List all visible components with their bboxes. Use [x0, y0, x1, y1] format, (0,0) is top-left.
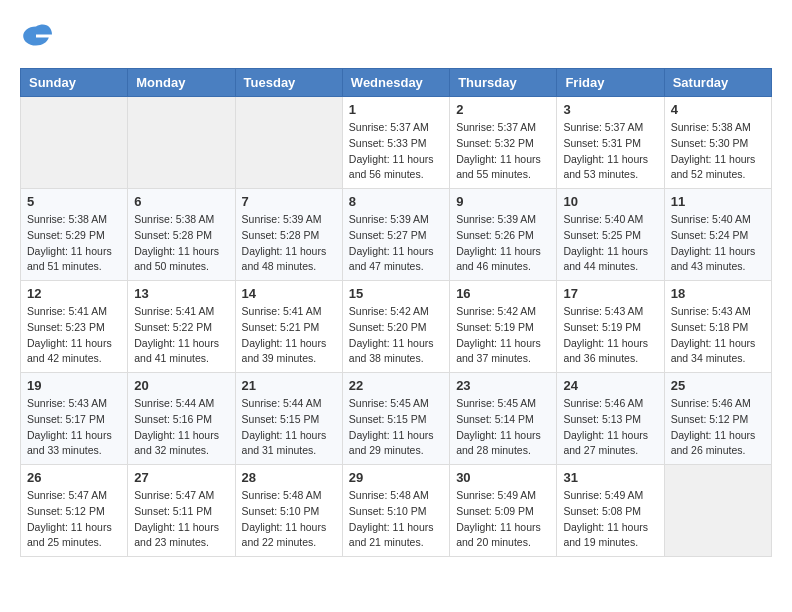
- calendar-cell: 27Sunrise: 5:47 AM Sunset: 5:11 PM Dayli…: [128, 465, 235, 557]
- day-number: 9: [456, 194, 550, 209]
- calendar-cell: 14Sunrise: 5:41 AM Sunset: 5:21 PM Dayli…: [235, 281, 342, 373]
- calendar-header-row: SundayMondayTuesdayWednesdayThursdayFrid…: [21, 69, 772, 97]
- day-info: Sunrise: 5:38 AM Sunset: 5:30 PM Dayligh…: [671, 120, 765, 183]
- day-info: Sunrise: 5:49 AM Sunset: 5:09 PM Dayligh…: [456, 488, 550, 551]
- day-info: Sunrise: 5:49 AM Sunset: 5:08 PM Dayligh…: [563, 488, 657, 551]
- day-number: 26: [27, 470, 121, 485]
- calendar-week-row: 5Sunrise: 5:38 AM Sunset: 5:29 PM Daylig…: [21, 189, 772, 281]
- calendar-cell: 13Sunrise: 5:41 AM Sunset: 5:22 PM Dayli…: [128, 281, 235, 373]
- calendar-cell: 3Sunrise: 5:37 AM Sunset: 5:31 PM Daylig…: [557, 97, 664, 189]
- calendar-cell: 6Sunrise: 5:38 AM Sunset: 5:28 PM Daylig…: [128, 189, 235, 281]
- calendar-cell: 28Sunrise: 5:48 AM Sunset: 5:10 PM Dayli…: [235, 465, 342, 557]
- day-number: 17: [563, 286, 657, 301]
- day-info: Sunrise: 5:40 AM Sunset: 5:25 PM Dayligh…: [563, 212, 657, 275]
- day-number: 3: [563, 102, 657, 117]
- day-info: Sunrise: 5:45 AM Sunset: 5:15 PM Dayligh…: [349, 396, 443, 459]
- day-number: 28: [242, 470, 336, 485]
- day-info: Sunrise: 5:39 AM Sunset: 5:26 PM Dayligh…: [456, 212, 550, 275]
- day-info: Sunrise: 5:47 AM Sunset: 5:11 PM Dayligh…: [134, 488, 228, 551]
- calendar-cell: 20Sunrise: 5:44 AM Sunset: 5:16 PM Dayli…: [128, 373, 235, 465]
- calendar-cell: 12Sunrise: 5:41 AM Sunset: 5:23 PM Dayli…: [21, 281, 128, 373]
- day-info: Sunrise: 5:44 AM Sunset: 5:16 PM Dayligh…: [134, 396, 228, 459]
- day-number: 22: [349, 378, 443, 393]
- day-info: Sunrise: 5:38 AM Sunset: 5:29 PM Dayligh…: [27, 212, 121, 275]
- day-info: Sunrise: 5:43 AM Sunset: 5:19 PM Dayligh…: [563, 304, 657, 367]
- day-info: Sunrise: 5:48 AM Sunset: 5:10 PM Dayligh…: [242, 488, 336, 551]
- day-number: 6: [134, 194, 228, 209]
- calendar-week-row: 12Sunrise: 5:41 AM Sunset: 5:23 PM Dayli…: [21, 281, 772, 373]
- day-number: 8: [349, 194, 443, 209]
- calendar-week-row: 26Sunrise: 5:47 AM Sunset: 5:12 PM Dayli…: [21, 465, 772, 557]
- day-info: Sunrise: 5:40 AM Sunset: 5:24 PM Dayligh…: [671, 212, 765, 275]
- calendar-week-row: 1Sunrise: 5:37 AM Sunset: 5:33 PM Daylig…: [21, 97, 772, 189]
- day-info: Sunrise: 5:42 AM Sunset: 5:19 PM Dayligh…: [456, 304, 550, 367]
- day-number: 27: [134, 470, 228, 485]
- calendar-cell: 23Sunrise: 5:45 AM Sunset: 5:14 PM Dayli…: [450, 373, 557, 465]
- day-number: 31: [563, 470, 657, 485]
- day-number: 12: [27, 286, 121, 301]
- calendar-cell: [128, 97, 235, 189]
- day-number: 5: [27, 194, 121, 209]
- day-info: Sunrise: 5:38 AM Sunset: 5:28 PM Dayligh…: [134, 212, 228, 275]
- calendar-cell: 19Sunrise: 5:43 AM Sunset: 5:17 PM Dayli…: [21, 373, 128, 465]
- day-info: Sunrise: 5:44 AM Sunset: 5:15 PM Dayligh…: [242, 396, 336, 459]
- page-header: [20, 20, 772, 52]
- calendar-cell: 15Sunrise: 5:42 AM Sunset: 5:20 PM Dayli…: [342, 281, 449, 373]
- calendar-cell: 10Sunrise: 5:40 AM Sunset: 5:25 PM Dayli…: [557, 189, 664, 281]
- calendar-cell: [235, 97, 342, 189]
- day-info: Sunrise: 5:42 AM Sunset: 5:20 PM Dayligh…: [349, 304, 443, 367]
- day-number: 14: [242, 286, 336, 301]
- calendar-cell: 30Sunrise: 5:49 AM Sunset: 5:09 PM Dayli…: [450, 465, 557, 557]
- day-number: 18: [671, 286, 765, 301]
- day-info: Sunrise: 5:43 AM Sunset: 5:18 PM Dayligh…: [671, 304, 765, 367]
- calendar-cell: 4Sunrise: 5:38 AM Sunset: 5:30 PM Daylig…: [664, 97, 771, 189]
- calendar-cell: 26Sunrise: 5:47 AM Sunset: 5:12 PM Dayli…: [21, 465, 128, 557]
- calendar-day-header: Thursday: [450, 69, 557, 97]
- calendar-week-row: 19Sunrise: 5:43 AM Sunset: 5:17 PM Dayli…: [21, 373, 772, 465]
- day-number: 30: [456, 470, 550, 485]
- day-info: Sunrise: 5:39 AM Sunset: 5:27 PM Dayligh…: [349, 212, 443, 275]
- day-info: Sunrise: 5:46 AM Sunset: 5:13 PM Dayligh…: [563, 396, 657, 459]
- logo: [20, 20, 56, 52]
- day-info: Sunrise: 5:37 AM Sunset: 5:33 PM Dayligh…: [349, 120, 443, 183]
- calendar-cell: 21Sunrise: 5:44 AM Sunset: 5:15 PM Dayli…: [235, 373, 342, 465]
- day-number: 13: [134, 286, 228, 301]
- calendar-cell: 7Sunrise: 5:39 AM Sunset: 5:28 PM Daylig…: [235, 189, 342, 281]
- day-info: Sunrise: 5:37 AM Sunset: 5:32 PM Dayligh…: [456, 120, 550, 183]
- day-info: Sunrise: 5:41 AM Sunset: 5:22 PM Dayligh…: [134, 304, 228, 367]
- calendar-cell: 5Sunrise: 5:38 AM Sunset: 5:29 PM Daylig…: [21, 189, 128, 281]
- day-number: 10: [563, 194, 657, 209]
- calendar-cell: 2Sunrise: 5:37 AM Sunset: 5:32 PM Daylig…: [450, 97, 557, 189]
- calendar-cell: 29Sunrise: 5:48 AM Sunset: 5:10 PM Dayli…: [342, 465, 449, 557]
- day-number: 4: [671, 102, 765, 117]
- day-number: 23: [456, 378, 550, 393]
- day-info: Sunrise: 5:45 AM Sunset: 5:14 PM Dayligh…: [456, 396, 550, 459]
- day-number: 7: [242, 194, 336, 209]
- logo-icon: [20, 20, 52, 52]
- day-number: 1: [349, 102, 443, 117]
- calendar-cell: [664, 465, 771, 557]
- calendar-day-header: Sunday: [21, 69, 128, 97]
- calendar-table: SundayMondayTuesdayWednesdayThursdayFrid…: [20, 68, 772, 557]
- calendar-cell: 9Sunrise: 5:39 AM Sunset: 5:26 PM Daylig…: [450, 189, 557, 281]
- day-number: 21: [242, 378, 336, 393]
- calendar-cell: 22Sunrise: 5:45 AM Sunset: 5:15 PM Dayli…: [342, 373, 449, 465]
- day-info: Sunrise: 5:39 AM Sunset: 5:28 PM Dayligh…: [242, 212, 336, 275]
- day-number: 16: [456, 286, 550, 301]
- calendar-cell: 25Sunrise: 5:46 AM Sunset: 5:12 PM Dayli…: [664, 373, 771, 465]
- calendar-cell: 31Sunrise: 5:49 AM Sunset: 5:08 PM Dayli…: [557, 465, 664, 557]
- calendar-cell: 18Sunrise: 5:43 AM Sunset: 5:18 PM Dayli…: [664, 281, 771, 373]
- day-info: Sunrise: 5:41 AM Sunset: 5:23 PM Dayligh…: [27, 304, 121, 367]
- calendar-day-header: Tuesday: [235, 69, 342, 97]
- calendar-day-header: Friday: [557, 69, 664, 97]
- day-info: Sunrise: 5:47 AM Sunset: 5:12 PM Dayligh…: [27, 488, 121, 551]
- calendar-cell: 11Sunrise: 5:40 AM Sunset: 5:24 PM Dayli…: [664, 189, 771, 281]
- day-number: 24: [563, 378, 657, 393]
- day-number: 25: [671, 378, 765, 393]
- calendar-cell: 16Sunrise: 5:42 AM Sunset: 5:19 PM Dayli…: [450, 281, 557, 373]
- calendar-cell: [21, 97, 128, 189]
- calendar-cell: 1Sunrise: 5:37 AM Sunset: 5:33 PM Daylig…: [342, 97, 449, 189]
- day-number: 29: [349, 470, 443, 485]
- calendar-cell: 24Sunrise: 5:46 AM Sunset: 5:13 PM Dayli…: [557, 373, 664, 465]
- day-info: Sunrise: 5:48 AM Sunset: 5:10 PM Dayligh…: [349, 488, 443, 551]
